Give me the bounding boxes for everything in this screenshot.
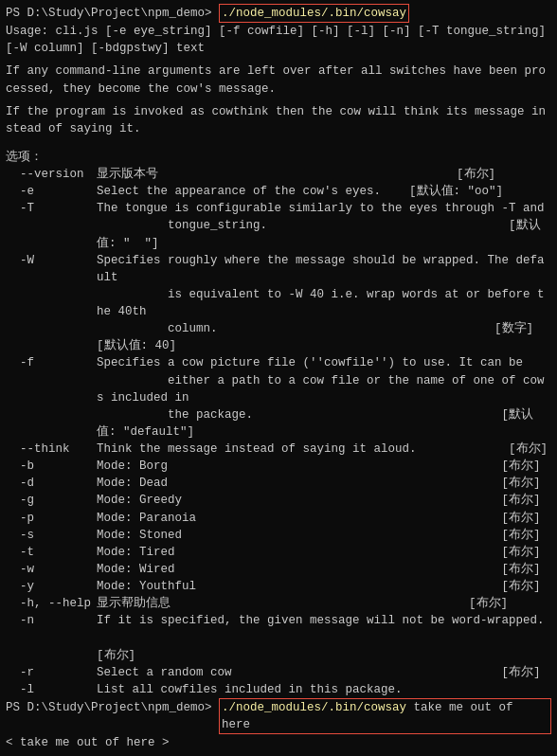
option-flag-2: -T — [6, 200, 97, 251]
option-desc-9: Mode: Paranoia [布尔] — [97, 510, 551, 527]
option-flag-3: -W — [6, 252, 97, 355]
option-row-9: -p Mode: Paranoia [布尔] — [6, 510, 551, 527]
bubble-line: --------------------- — [6, 751, 551, 756]
option-row-14: -h, --help显示帮助信息 [布尔] — [6, 595, 551, 612]
option-row-7: -d Mode: Dead [布尔] — [6, 475, 551, 492]
option-flag-15: -n — [6, 612, 97, 663]
option-desc-7: Mode: Dead [布尔] — [97, 475, 551, 492]
option-flag-11: -t — [6, 544, 97, 561]
option-row-13: -y Mode: Youthful [布尔] — [6, 578, 551, 595]
terminal-window: PS D:\Study\Project\npm_demo> ./node_mod… — [0, 0, 557, 756]
prompt-line-1: PS D:\Study\Project\npm_demo> ./node_mod… — [6, 4, 551, 23]
prompt-cmd2-cowsay: ./node_modules/.bin/cowsay — [222, 701, 406, 714]
section-header: 选项： — [6, 149, 551, 166]
option-flag-6: -b — [6, 458, 97, 475]
option-flag-8: -g — [6, 492, 97, 509]
option-row-10: -s Mode: Stoned [布尔] — [6, 527, 551, 544]
bubble-top: < take me out of here > — [6, 734, 551, 751]
prompt-line-2: PS D:\Study\Project\npm_demo> ./node_mod… — [6, 698, 551, 734]
option-flag-14: -h, --help — [6, 595, 97, 612]
option-row-4: -f Specifies a cow picture file (''cowfi… — [6, 354, 551, 441]
option-flag-7: -d — [6, 475, 97, 492]
prompt-ps-1: PS D:\Study\Project\npm_demo> — [6, 5, 219, 22]
prompt-cmd-1: ./node_modules/.bin/cowsay — [219, 4, 409, 23]
option-desc-6: Mode: Borg [布尔] — [97, 458, 551, 475]
option-desc-13: Mode: Youthful [布尔] — [97, 578, 551, 595]
usage-line: Usage: cli.js [-e eye_string] [-f cowfil… — [6, 23, 551, 57]
option-desc-3: Specifies roughly where the message shou… — [97, 252, 551, 355]
option-row-1: -e Select the appearance of the cow's ey… — [6, 183, 551, 200]
option-desc-14: 显示帮助信息 [布尔] — [97, 595, 551, 612]
option-row-11: -t Mode: Tired [布尔] — [6, 544, 551, 561]
option-row-17: -l List all cowfiles included in this pa… — [6, 681, 551, 698]
option-row-6: -b Mode: Borg [布尔] — [6, 458, 551, 475]
option-desc-4: Specifies a cow picture file (''cowfile'… — [97, 354, 551, 441]
option-flag-9: -p — [6, 510, 97, 527]
option-desc-11: Mode: Tired [布尔] — [97, 544, 551, 561]
option-row-12: -w Mode: Wired [布尔] — [6, 561, 551, 578]
option-row-15: -n If it is specified, the given message… — [6, 612, 551, 663]
option-row-8: -g Mode: Greedy [布尔] — [6, 492, 551, 509]
option-row-2: -T The tongue is configurable similarly … — [6, 200, 551, 251]
option-desc-15: If it is specified, the given message wi… — [97, 612, 551, 663]
option-flag-13: -y — [6, 578, 97, 595]
desc1: If any command-line arguments are left o… — [6, 63, 551, 97]
option-flag-4: -f — [6, 354, 97, 441]
desc2: If the program is invoked as cowthink th… — [6, 103, 551, 137]
option-desc-5: Think the message instead of saying it a… — [97, 441, 551, 458]
option-row-16: -r Select a random cow [布尔] — [6, 664, 551, 681]
option-row-0: --version显示版本号 [布尔] — [6, 166, 551, 183]
prompt-cmd-2-box: ./node_modules/.bin/cowsay take me out o… — [219, 698, 551, 734]
option-desc-12: Mode: Wired [布尔] — [97, 561, 551, 578]
option-flag-16: -r — [6, 664, 97, 681]
option-flag-10: -s — [6, 527, 97, 544]
option-desc-1: Select the appearance of the cow's eyes.… — [97, 183, 551, 200]
prompt-ps-2: PS D:\Study\Project\npm_demo> — [6, 699, 219, 716]
options-list: --version显示版本号 [布尔] -e Select the appear… — [6, 166, 551, 698]
option-desc-8: Mode: Greedy [布尔] — [97, 492, 551, 509]
option-row-3: -W Specifies roughly where the message s… — [6, 252, 551, 355]
option-flag-17: -l — [6, 681, 97, 698]
option-desc-2: The tongue is configurable similarly to … — [97, 200, 551, 251]
option-flag-1: -e — [6, 183, 97, 200]
option-flag-12: -w — [6, 561, 97, 578]
option-flag-5: --think — [6, 441, 97, 458]
option-desc-10: Mode: Stoned [布尔] — [97, 527, 551, 544]
option-desc-0: 显示版本号 [布尔] — [97, 166, 551, 183]
option-flag-0: --version — [6, 166, 97, 183]
option-desc-16: Select a random cow [布尔] — [97, 664, 551, 681]
option-row-5: --think Think the message instead of say… — [6, 441, 551, 458]
option-desc-17: List all cowfiles included in this packa… — [97, 681, 551, 698]
